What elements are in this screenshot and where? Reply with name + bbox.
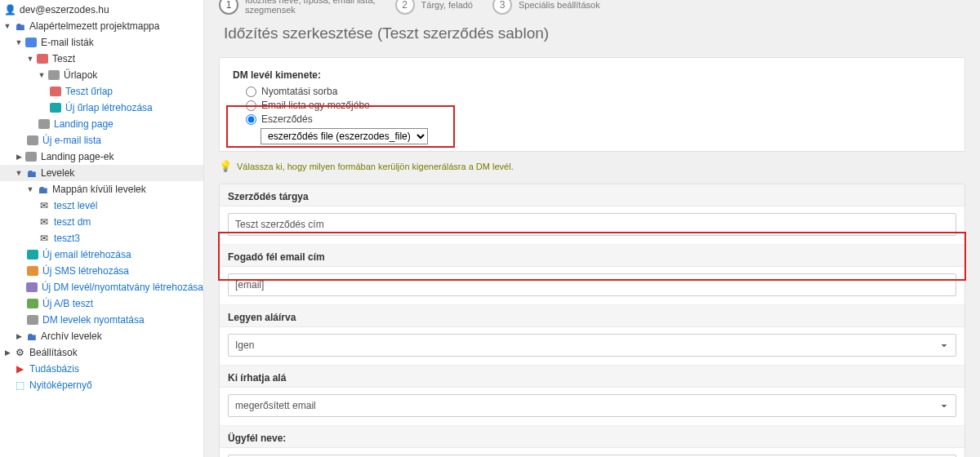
dm-output-panel: DM levél kimenete: Nyomtatási sorba Emai… [219, 57, 965, 152]
tree-label: Archív levelek [41, 331, 102, 342]
caret-down-icon: ▼ [15, 38, 23, 47]
tree-test-form[interactable]: Teszt űrlap [0, 83, 203, 100]
tree-label: Landing page [54, 118, 114, 130]
radio-input[interactable] [246, 100, 256, 111]
user-icon: 👤 [3, 3, 16, 16]
page-title: Időzítés szerkesztése (Teszt szerződés s… [224, 24, 965, 42]
envelope-icon: ✉ [38, 199, 51, 212]
tree-label: Nyitóképernyő [29, 379, 92, 391]
tree-label: Új A/B teszt [42, 298, 93, 309]
tree-new-email[interactable]: Új email létrehozása [0, 246, 203, 263]
tree-label: Landing page-ek [41, 151, 114, 162]
list-icon [24, 36, 38, 49]
new-email-icon [26, 248, 39, 261]
dm-output-hint: 💡 Válassza ki, hogy milyen formában kerü… [219, 160, 965, 172]
tree-email-lists[interactable]: ▼ E-mail listák [0, 34, 203, 51]
home-icon: ⬚ [13, 379, 26, 392]
tree-archive[interactable]: ▶ 🖿 Archív levelek [0, 328, 203, 344]
tree-new-ab[interactable]: Új A/B teszt [0, 295, 203, 312]
radio-label: Nyomtatási sorba [261, 86, 337, 97]
tree-root-folder[interactable]: ▼ 🖿 Alapértelmezett projektmappa [0, 18, 203, 34]
new-sms-icon [26, 264, 39, 277]
tree-test[interactable]: ▼ Teszt [0, 51, 203, 67]
caret-down-icon: ▼ [15, 169, 23, 177]
tree-landing-page[interactable]: Landing page [0, 116, 203, 132]
who-sign-select[interactable]: megerősített email [228, 394, 956, 417]
main-content: 1 Időzítés neve, típusa, email lista,sze… [204, 0, 980, 457]
envelope-icon: ✉ [38, 215, 51, 228]
tree-label: Új SMS létrehozása [42, 265, 129, 277]
tree-label: Új űrlap létrehozása [65, 102, 153, 113]
tree-account[interactable]: 👤 dev@eszerzodes.hu [0, 2, 203, 18]
tree-welcome[interactable]: ⬚ Nyitóképernyő [0, 377, 203, 393]
eszerzodes-file-select[interactable]: eszerződés file (eszerzodes_file) [261, 128, 428, 144]
tree-new-sms[interactable]: Új SMS létrehozása [0, 263, 203, 279]
contract-form: Szerződés tárgya Fogadó fél email cím Le… [219, 184, 965, 457]
new-dm-icon [26, 281, 38, 294]
field-label: Legyen aláírva [220, 305, 964, 327]
tree-label: teszt dm [54, 216, 91, 228]
folder-icon: 🖿 [24, 166, 38, 180]
envelope-icon: ✉ [38, 232, 51, 245]
tree-label: E-mail listák [41, 37, 94, 48]
step-2[interactable]: 2 Tárgy, feladó [395, 0, 473, 15]
field-recipient: Fogadó fél email cím [220, 245, 964, 305]
tree-label: Levelek [41, 167, 74, 179]
radio-email-field[interactable]: Email lista egy mezőjébe [246, 100, 951, 111]
radio-label: Email lista egy mezőjébe [261, 100, 370, 111]
radio-input[interactable] [246, 114, 256, 125]
field-label: Ki írhatja alá [220, 366, 964, 388]
signed-select[interactable]: Igen [228, 334, 956, 357]
wizard-steps: 1 Időzítés neve, típusa, email lista,sze… [219, 0, 965, 15]
tree-out-of-folder[interactable]: ▼ 🖿 Mappán kívüli levelek [0, 181, 203, 197]
new-list-icon [26, 134, 39, 147]
caret-down-icon: ▼ [38, 71, 46, 79]
tree-label: Teszt [52, 53, 75, 64]
sidebar-tree: 👤 dev@eszerzodes.hu ▼ 🖿 Alapértelmezett … [0, 0, 204, 457]
radio-input[interactable] [246, 87, 256, 97]
step-number-icon: 2 [395, 0, 415, 15]
print-icon [26, 313, 39, 326]
tree-settings[interactable]: ▶ ⚙ Beállítások [0, 344, 203, 361]
dm-output-heading: DM levél kimenete: [233, 69, 951, 81]
recipient-input[interactable] [228, 273, 956, 296]
form-icon [47, 69, 60, 82]
tree-letters[interactable]: ▼ 🖿 Levelek [0, 165, 203, 181]
radio-label: Eszerződés [261, 113, 313, 125]
radio-eszerzodes[interactable]: Eszerződés [246, 113, 951, 125]
tree-kb[interactable]: ▶ Tudásbázis [0, 361, 203, 377]
tree-label: Űrlapok [64, 69, 97, 81]
field-who-sign: Ki írhatja alá megerősített email [220, 366, 964, 426]
tree-new-dm[interactable]: Új DM levél/nyomtatvány létrehozása [0, 279, 203, 295]
tree-new-form[interactable]: Új űrlap létrehozása [0, 100, 203, 116]
folder-icon: 🖿 [24, 330, 38, 343]
step-3[interactable]: 3 Speciális beállítások [492, 0, 600, 15]
tree-dm-print[interactable]: DM levelek nyomtatása [0, 312, 203, 328]
step-1[interactable]: 1 Időzítés neve, típusa, email lista,sze… [219, 0, 376, 15]
gear-icon: ⚙ [13, 346, 26, 359]
tree-label: teszt levél [54, 200, 97, 211]
field-label: Szerződés tárgya [220, 184, 964, 206]
tree-label: Teszt űrlap [65, 86, 113, 97]
caret-right-icon: ▶ [15, 153, 23, 161]
tree-label: teszt3 [54, 233, 80, 244]
caret-right-icon: ▶ [15, 332, 23, 340]
tree-label: Alapértelmezett projektmappa [29, 20, 159, 32]
new-form-icon [49, 101, 62, 114]
radio-print-queue[interactable]: Nyomtatási sorba [246, 86, 951, 97]
tree-label: Mappán kívüli levelek [52, 184, 146, 195]
landing-icon [38, 118, 51, 131]
lightbulb-icon: 💡 [219, 160, 232, 172]
tree-landing-pages[interactable]: ▶ Landing page-ek [0, 149, 203, 165]
step-label: Időzítés neve, típusa, email lista,szegm… [245, 0, 376, 15]
ab-test-icon [26, 297, 39, 310]
tree-label: Beállítások [29, 347, 78, 358]
tree-new-email-list[interactable]: Új e-mail lista [0, 132, 203, 149]
field-label: Ügyfél neve: [220, 426, 964, 448]
subject-input[interactable] [228, 213, 956, 236]
tree-test-dm[interactable]: ✉ teszt dm [0, 214, 203, 230]
tree-test-letter[interactable]: ✉ teszt levél [0, 197, 203, 214]
tree-forms[interactable]: ▼ Űrlapok [0, 67, 203, 83]
step-number-icon: 1 [219, 0, 238, 15]
tree-test3[interactable]: ✉ teszt3 [0, 230, 203, 246]
